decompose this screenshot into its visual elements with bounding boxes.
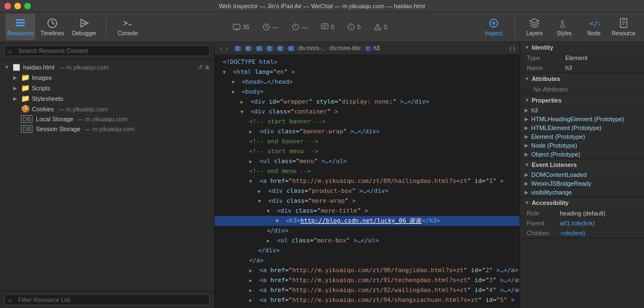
dom-line[interactable]: </div> [215, 246, 520, 256]
list-item[interactable]: DB Local Storage — m.yikuaiqu.com [0, 114, 214, 124]
prop-item[interactable]: ▶ Object (Prototype) [520, 150, 644, 159]
breadcrumb-item[interactable]: E [277, 46, 283, 51]
dom-line[interactable]: ▼ <body> [215, 87, 520, 97]
list-item[interactable]: DB Session Storage — m.yikuaiqu.com [0, 124, 214, 134]
list-item[interactable]: ▶ 📁 Scripts [0, 83, 214, 93]
dom-line[interactable]: …</a> [215, 305, 520, 308]
collapse-arrow[interactable]: ▶ [249, 157, 255, 166]
dom-line[interactable]: ▼ <head>…</head> [215, 77, 520, 87]
parent-value[interactable]: a#1:role(link) [560, 220, 637, 226]
accessibility-header[interactable]: ▼ Accessibility [520, 197, 644, 208]
dom-line[interactable]: </div> [215, 226, 520, 236]
collapse-arrow[interactable]: ▼ [249, 177, 255, 186]
breadcrumb-item[interactable]: div.more-... [298, 45, 325, 51]
properties-section: ▼ Properties ▶ h3 ▶ HTMLHeadingElement (… [520, 95, 644, 159]
event-item[interactable]: ▶ WeixinJSBridgeReady [520, 179, 644, 188]
breadcrumb-forward[interactable]: › [225, 45, 229, 52]
dom-line[interactable]: ▶ <div id="wrapper" style="display: none… [215, 97, 520, 107]
resource-tab-button[interactable]: Resource [609, 14, 638, 40]
collapse-arrow[interactable]: ▼ [232, 88, 237, 96]
search-input[interactable] [4, 45, 210, 56]
properties-header[interactable]: ▼ Properties [520, 95, 644, 106]
breadcrumb-item[interactable]: E [266, 46, 273, 51]
close-button[interactable] [4, 3, 11, 9]
debugger-button[interactable]: Debugger [69, 14, 99, 40]
list-item[interactable]: 🍪 Cookies — m.yikuaiqu.com [0, 104, 214, 114]
breadcrumb-item[interactable]: E [234, 46, 241, 51]
dom-line[interactable]: </a> [215, 256, 520, 266]
dom-line[interactable]: ▼ <div class="more-title" > [215, 206, 520, 216]
collapse-arrow[interactable]: ▼ [232, 78, 237, 87]
dom-line[interactable]: <!-- start menu --> [215, 147, 520, 156]
children-value[interactable]: :role(text) [560, 230, 637, 236]
right-toolbar: Inspect Layers S Styles </> Node [477, 14, 638, 40]
stat-info: i 0 [347, 23, 361, 31]
more-icon[interactable]: ⊕ [205, 64, 210, 71]
stat-time2: — [292, 23, 308, 31]
collapse-arrow[interactable]: ▶ [249, 276, 255, 285]
dom-line[interactable]: <!DOCTYPE html> [215, 57, 520, 67]
dom-line[interactable]: <!-- end banner --> [215, 137, 520, 147]
prop-item[interactable]: ▶ h3 [520, 106, 644, 115]
resources-button[interactable]: Resources [6, 14, 35, 40]
breadcrumb-item[interactable]: E [245, 46, 252, 51]
collapse-arrow[interactable]: ▼ [276, 217, 281, 225]
attributes-header[interactable]: ▼ Attributes [520, 73, 644, 84]
identity-header[interactable]: ▼ Identity [520, 42, 644, 53]
inspect-button[interactable]: Inspect [477, 14, 510, 40]
layers-button[interactable]: Layers [520, 14, 549, 40]
maximize-button[interactable] [24, 3, 31, 9]
collapse-arrow[interactable]: ▼ [223, 68, 228, 77]
collapse-arrow[interactable]: ▶ [249, 296, 255, 305]
breadcrumb-item[interactable]: E h3 [365, 45, 380, 51]
dom-line-selected[interactable]: ▼ <h3>http://blog.csdn.net/lucky_06 谢谢</… [215, 216, 520, 226]
list-item[interactable]: ▶ 📁 Stylesheets [0, 93, 214, 104]
collapse-arrow[interactable]: ▼ [267, 207, 272, 215]
timelines-button[interactable]: Timelines [37, 14, 67, 40]
dom-line[interactable]: ▼ <html lang="en" > [215, 67, 520, 77]
console-button[interactable]: Console [113, 14, 143, 40]
event-item[interactable]: ▶ DOMContentLoaded [520, 170, 644, 179]
dom-line[interactable]: ▼ <div class="more-wrap" > [215, 196, 520, 206]
dom-line[interactable]: <!-- end menu --> [215, 166, 520, 176]
event-item[interactable]: ▶ visibilitychange [520, 188, 644, 197]
list-item[interactable]: ▼ ⬜ haidao.html — m.yikuaiqu.com ↺ ⊕ [0, 62, 214, 72]
prop-item[interactable]: ▶ HTMLHeadingElement (Prototype) [520, 115, 644, 123]
event-listeners-header[interactable]: ▼ Event Listeners [520, 159, 644, 170]
dom-line[interactable]: ▶ <ul class="menu" >…</ul> [215, 156, 520, 166]
dom-line[interactable]: ▼ <div class="container" > [215, 107, 520, 117]
dom-line[interactable]: ▶ <a href="http://m.yikuaiqu.com/zt/91/t… [215, 275, 520, 285]
reload-icon[interactable]: ↺ [198, 64, 203, 71]
dom-line[interactable]: ▶ <div class="product-box" >…</div> [215, 186, 520, 196]
prop-item[interactable]: ▶ Element (Prototype) [520, 132, 644, 141]
styles-button[interactable]: S Styles [549, 14, 579, 40]
collapse-arrow[interactable]: ▶ [249, 127, 255, 136]
collapse-arrow[interactable]: ▶ [249, 286, 255, 295]
dom-line[interactable]: ▶ <a href="http://m.yikuaiqu.com/zt/90/f… [215, 266, 520, 275]
filter-input[interactable] [4, 294, 210, 305]
collapse-arrow[interactable]: ▶ [241, 98, 246, 106]
collapse-arrow[interactable]: ▶ [258, 187, 264, 196]
dom-line[interactable]: ▶ <ul class="more-box" >…</ul> [215, 236, 520, 246]
collapse-arrow[interactable]: ▶ [267, 236, 272, 245]
collapse-arrow[interactable]: ▶ [249, 266, 255, 275]
dom-line[interactable]: ▶ <a href="http://m.yikuaiqu.com/zt/92/w… [215, 285, 520, 295]
breadcrumb-item[interactable]: E [256, 46, 263, 51]
list-item[interactable]: ▶ 📁 Images [0, 72, 214, 83]
tree-item-label: haidao.html [23, 64, 54, 71]
breadcrumb-item[interactable]: E [288, 46, 294, 51]
minimize-button[interactable] [14, 3, 21, 9]
collapse-arrow[interactable]: ▼ [241, 107, 246, 116]
collapse-arrow[interactable]: ▼ [258, 197, 264, 206]
breadcrumb-item[interactable]: div.more-title [330, 45, 361, 51]
cookie-icon: 🍪 [21, 105, 30, 113]
source-button[interactable]: { } [510, 45, 515, 52]
prop-item[interactable]: ▶ Node (Prototype) [520, 141, 644, 150]
dom-line[interactable]: ▶ <a href="http://m.yikuaiqu.com/zt/94/s… [215, 295, 520, 305]
prop-item[interactable]: ▶ HTMLElement (Prototype) [520, 123, 644, 132]
dom-line[interactable]: ▼ <a href="http://m.yikuaiqu.com/zt/89/h… [215, 176, 520, 186]
dom-line[interactable]: ▶ <div class="banner-wrap" >…</div> [215, 127, 520, 137]
breadcrumb-back[interactable]: ‹ [219, 45, 223, 52]
dom-line[interactable]: <!-- start banner --> [215, 117, 520, 127]
node-button[interactable]: </> Node [579, 14, 609, 40]
